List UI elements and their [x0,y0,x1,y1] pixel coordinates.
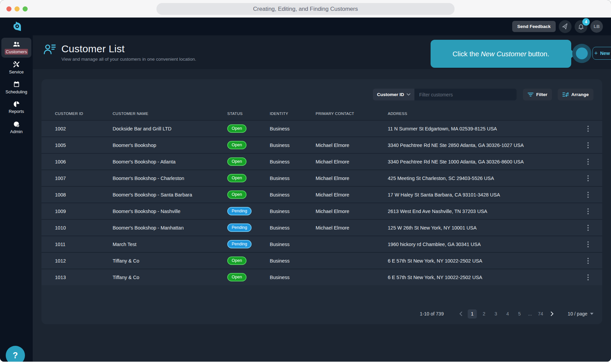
cell-customer-id: 1010 [55,225,113,231]
row-actions-kebab-icon[interactable] [585,272,591,282]
help-button[interactable]: ? [6,346,25,362]
row-actions-kebab-icon[interactable] [585,256,591,266]
filter-field-select[interactable]: Customer ID [373,89,414,100]
pagination-page[interactable]: 1 [468,309,477,318]
pagination-range-label: 1-10 of 739 [420,311,444,316]
cell-primary-contact: Michael Elmore [316,225,388,231]
table-row[interactable]: 1006 Boomer's Bookshop - Atlanta Open Bu… [41,153,602,170]
cell-address: 1960 hickory rd Chamblee, GA 30341 USA [388,242,581,247]
table-row[interactable]: 1010 Boomer's Bookshop - Manhattan Pendi… [41,219,602,236]
row-actions-kebab-icon[interactable] [585,157,591,167]
column-header-status: STATUS [227,112,270,116]
chevron-down-icon [407,93,410,96]
cell-identity: Business [270,225,316,231]
status-badge: Pending [227,240,252,248]
cell-customer-id: 1013 [55,275,113,280]
cell-address: 3340 Peachtree Rd NE Ste 1000 Atlanta, G… [388,159,581,164]
cell-primary-contact: Michael Elmore [316,176,388,181]
table-row[interactable]: 1009 Boomer's Bookshop - Nashville Pendi… [41,203,602,219]
column-header-customer-id: CUSTOMER ID [55,112,113,116]
close-window-button[interactable] [6,6,11,11]
minimize-window-button[interactable] [14,6,20,11]
zoom-window-button[interactable] [23,6,28,11]
page-size-select[interactable]: 10 / page [568,311,593,316]
table-header-row: CUSTOMER ID CUSTOMER NAME STATUS IDENTIT… [41,107,602,120]
cell-address: 11 N Summer St Edgartown, MA 02539-8125 … [388,126,581,131]
row-actions-kebab-icon[interactable] [585,223,591,233]
sidebar-item-admin[interactable]: Admin [1,117,31,137]
people-icon [13,41,20,48]
cell-identity: Business [270,209,316,214]
row-actions-kebab-icon[interactable] [585,173,591,183]
filter-toolbar: Customer ID Filter [41,79,602,107]
cell-primary-contact: Michael Elmore [316,159,388,164]
status-badge: Pending [227,223,252,232]
table-row[interactable]: 1002 Dockside Bar and Grill LTD Open Bus… [41,120,602,136]
notifications-button[interactable]: 4 [575,20,587,33]
cell-primary-contact: Michael Elmore [316,143,388,148]
cell-address: 425 Meeting St Charleston, SC 29403-5526… [388,176,581,181]
table-row[interactable]: 1007 Boomer's Bookshop - Charleston Open… [41,170,602,186]
pagination-page[interactable]: 74 [536,309,545,318]
filter-field-value: Customer ID [377,92,404,97]
cell-address: 17 W Haley St Santa Barbara, CA 93101-34… [388,192,581,198]
table-row[interactable]: 1012 Tiffany & Co Open Business 6 E 57th… [41,252,602,269]
cell-customer-id: 1005 [55,143,113,148]
cell-identity: Business [270,192,316,198]
send-feedback-button[interactable]: Send Feedback [512,21,556,32]
status-badge: Open [227,141,246,149]
table-row[interactable]: 1008 Boomer's Bookshop - Santa Barbara O… [41,186,602,203]
customer-table: CUSTOMER ID CUSTOMER NAME STATUS IDENTIT… [41,107,602,303]
table-row[interactable]: 1005 Boomer's Bookshop Open Business Mic… [41,136,602,153]
pagination-page[interactable]: 2 [479,309,489,318]
user-avatar[interactable]: LB [590,20,603,33]
sidebar-item-label: Scheduling [5,89,27,94]
cell-identity: Business [270,258,316,264]
status-badge: Open [227,174,246,182]
arrange-button-label: Arrange [571,92,589,97]
admin-gear-icon [13,121,20,128]
sidebar-item-reports[interactable]: Reports [1,97,31,117]
row-actions-kebab-icon[interactable] [585,190,591,200]
cell-primary-contact: Michael Elmore [316,192,388,198]
app-window: Creating, Editing, and Finding Customers… [0,0,611,362]
sidebar-item-service[interactable]: Service [1,58,31,78]
notification-count-badge: 4 [582,18,590,26]
row-actions-kebab-icon[interactable] [585,206,591,216]
row-actions-kebab-icon[interactable] [585,140,591,150]
sidebar-item-customers[interactable]: Customers [1,38,31,58]
pagination-page[interactable]: 3 [491,309,500,318]
table-row[interactable]: 1013 Tiffany & Co Open Business 6 E 57th… [41,269,602,285]
new-customer-label: New Customer [600,51,611,56]
filter-button[interactable]: Filter [523,89,552,100]
cell-customer-name: Boomer's Bookshop [113,143,227,148]
app-logo-icon[interactable] [13,21,22,32]
filter-button-label: Filter [536,92,547,97]
page-header: Customer List View and manage all of you… [33,35,611,69]
filter-customers-input[interactable] [414,89,517,100]
cell-address: 6 E 57th St New York, NY 10022-2502 USA [388,275,581,280]
table-row[interactable]: 1011 March Test Pending Business 1960 hi… [41,236,602,252]
cell-identity: Business [270,126,316,131]
status-badge: Open [227,190,246,199]
cell-identity: Business [270,176,316,181]
sidebar-item-label: Service [9,69,24,74]
window-title: Creating, Editing, and Finding Customers [156,3,455,15]
page-subtitle: View and manage all of your customers in… [61,57,196,62]
tools-icon [13,61,20,68]
pagination-page[interactable]: 4 [503,309,512,318]
share-button[interactable] [559,20,572,33]
pagination-ellipsis: ... [527,311,533,316]
new-customer-button[interactable]: + New Customer [592,47,611,60]
row-actions-kebab-icon[interactable] [585,239,591,249]
table-body: 1002 Dockside Bar and Grill LTD Open Bus… [41,120,602,285]
cell-identity: Business [270,143,316,148]
sidebar-item-scheduling[interactable]: Scheduling [1,78,31,97]
previous-page-chevron-icon[interactable] [457,310,465,317]
app-navbar: Send Feedback 4 LB [0,18,611,35]
arrange-button[interactable]: Arrange [558,89,593,100]
next-page-chevron-icon[interactable] [548,310,556,317]
pagination-page[interactable]: 5 [515,309,524,318]
pulse-core [576,48,588,59]
row-actions-kebab-icon[interactable] [585,124,591,134]
